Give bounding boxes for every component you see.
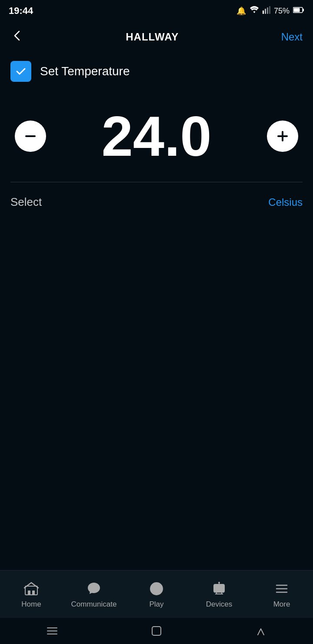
next-button[interactable]: Next xyxy=(281,31,303,43)
battery-icon xyxy=(293,7,304,16)
svg-rect-6 xyxy=(303,9,304,11)
nav-item-communicate[interactable]: Communicate xyxy=(63,570,125,618)
svg-rect-3 xyxy=(269,6,270,14)
nav-label-play: Play xyxy=(149,600,163,609)
page-title: HALLWAY xyxy=(126,31,179,43)
svg-rect-1 xyxy=(265,9,266,14)
svg-rect-11 xyxy=(28,590,30,595)
select-row: Select Celsius xyxy=(10,191,303,213)
system-nav-recent[interactable] xyxy=(248,622,274,640)
nav-label-home: Home xyxy=(21,600,41,609)
set-temperature-label: Set Temperature xyxy=(40,64,130,78)
battery-indicator: 75% xyxy=(274,7,290,16)
more-icon xyxy=(273,580,290,597)
system-nav-home[interactable] xyxy=(143,622,170,640)
set-temperature-row: Set Temperature xyxy=(10,61,303,82)
signal-icon xyxy=(263,6,270,16)
decrement-button[interactable] xyxy=(15,121,46,152)
select-label[interactable]: Select xyxy=(10,195,42,209)
svg-rect-9 xyxy=(282,131,283,141)
nav-item-home[interactable]: Home xyxy=(0,570,63,618)
svg-rect-12 xyxy=(32,590,35,595)
alarm-icon: 🔔 xyxy=(236,6,246,16)
nav-item-more[interactable]: More xyxy=(250,570,313,618)
communicate-icon xyxy=(85,580,103,597)
nav-label-more: More xyxy=(273,600,290,609)
main-content: Set Temperature 24.0 Select Celsius xyxy=(0,52,313,570)
increment-button[interactable] xyxy=(267,121,298,152)
svg-rect-2 xyxy=(267,7,268,14)
svg-rect-10 xyxy=(25,586,37,595)
nav-label-communicate: Communicate xyxy=(71,600,117,609)
temperature-value: 24.0 xyxy=(101,108,211,164)
bottom-nav: Home Communicate Play xyxy=(0,570,313,618)
svg-rect-7 xyxy=(25,135,36,137)
back-button[interactable] xyxy=(10,29,23,45)
devices-icon xyxy=(210,580,228,597)
nav-item-devices[interactable]: Devices xyxy=(188,570,250,618)
svg-rect-16 xyxy=(214,584,224,592)
home-icon xyxy=(23,580,40,597)
temperature-control: 24.0 xyxy=(10,99,303,173)
svg-rect-24 xyxy=(152,627,161,635)
svg-rect-0 xyxy=(263,10,264,14)
system-nav xyxy=(0,618,313,644)
system-nav-back[interactable] xyxy=(39,622,65,640)
divider xyxy=(10,182,303,182)
set-temperature-checkbox[interactable] xyxy=(10,61,31,82)
svg-rect-5 xyxy=(294,8,300,12)
nav-label-devices: Devices xyxy=(206,600,232,609)
status-icons: 🔔 75% xyxy=(236,6,304,16)
status-bar: 19:44 🔔 75% xyxy=(0,0,313,22)
svg-point-17 xyxy=(218,582,220,584)
play-icon xyxy=(148,580,165,597)
top-nav: HALLWAY Next xyxy=(0,22,313,52)
wifi-icon xyxy=(250,6,259,16)
celsius-label[interactable]: Celsius xyxy=(268,196,303,208)
nav-item-play[interactable]: Play xyxy=(125,570,188,618)
status-time: 19:44 xyxy=(9,5,33,17)
